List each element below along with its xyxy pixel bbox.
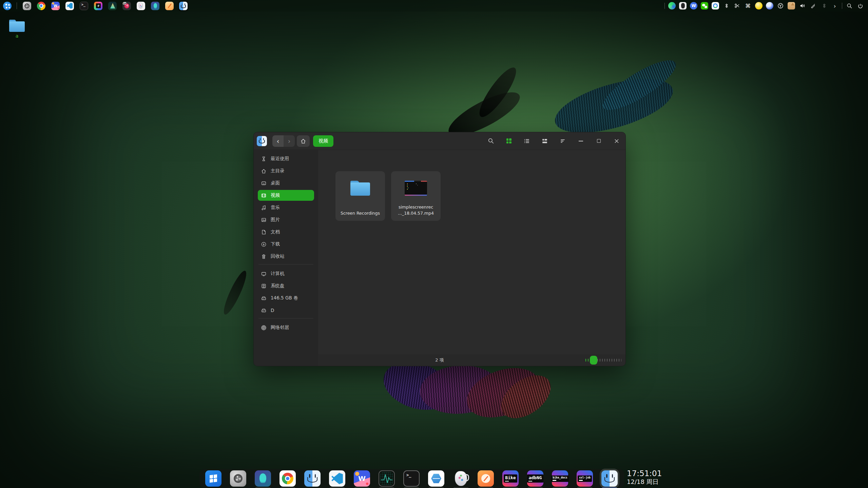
sidebar-item-desktop[interactable]: 桌面 [258, 178, 314, 189]
sidebar-item-label: 音乐 [271, 204, 280, 211]
command-key-icon[interactable]: ⌘ [744, 2, 752, 9]
dock-jetbrains-bike[interactable]: Bike [502, 470, 519, 487]
sidebar-divider [258, 264, 313, 265]
close-button[interactable] [613, 138, 620, 144]
folder-item-screen-recordings[interactable]: Screen Recordings [335, 171, 385, 221]
wechat-icon[interactable] [701, 2, 708, 9]
app-label: xxl-job [579, 476, 591, 479]
search-button[interactable] [487, 138, 494, 144]
sidebar-item-computer[interactable]: 计算机 [258, 268, 314, 279]
sidebar-item-home[interactable]: 主目录 [258, 165, 314, 176]
dock-vscode[interactable] [329, 470, 345, 487]
maximize-button[interactable] [595, 138, 602, 144]
dock-terminal[interactable]: >_ [403, 470, 420, 487]
slider-knob[interactable] [590, 356, 597, 365]
screenshot-scissors-icon[interactable] [733, 2, 741, 9]
address-crumb-videos[interactable]: 视频 [313, 135, 333, 147]
video-item-simplescreenrec[interactable]: simplescreenrec ..._18.04.57.mp4 [391, 171, 441, 221]
terminal-icon[interactable]: >_ [80, 2, 88, 10]
network-circle-icon[interactable] [777, 2, 784, 9]
search-icon[interactable] [846, 2, 853, 9]
list-view-button[interactable] [523, 138, 530, 144]
download-icon [261, 241, 267, 247]
control-center-icon[interactable] [23, 2, 31, 10]
sidebar-item-documents[interactable]: 文档 [258, 227, 314, 237]
disk-icon [261, 308, 267, 313]
browser-icon[interactable] [712, 2, 719, 9]
intellij-idea-icon[interactable]: IJ [94, 2, 102, 10]
vscode-icon [329, 470, 345, 487]
address-label: 视频 [319, 138, 328, 144]
desktop-folder-a[interactable]: a [8, 20, 26, 39]
sidebar-item-trash[interactable]: 回收站 [258, 251, 314, 262]
sidebar-item-volume-146gb[interactable]: 146.5 GB 卷 [258, 293, 314, 304]
home-button[interactable] [297, 135, 310, 147]
status-bar: 2 项 [254, 354, 625, 366]
sidebar-item-disk-d[interactable]: D [258, 305, 314, 316]
stylus-alert-icon[interactable] [809, 2, 817, 9]
detail-view-button[interactable] [541, 138, 548, 144]
squid-app-icon[interactable] [151, 2, 159, 10]
zoom-slider[interactable] [585, 356, 623, 365]
sort-menu-button[interactable] [559, 138, 566, 144]
navigation-buttons: ‹ › [272, 135, 295, 147]
document-icon [261, 229, 267, 235]
sidebar-item-videos[interactable]: 视频 [258, 190, 314, 201]
sidebar-item-downloads[interactable]: 下载 [258, 239, 314, 250]
wps-office-icon[interactable]: W [51, 2, 60, 10]
sidebar-item-network[interactable]: 网络邻居 [258, 322, 314, 333]
bluetooth-icon[interactable] [722, 2, 730, 9]
dock-file-manager[interactable] [304, 470, 321, 487]
sidebar-item-recent[interactable]: 最近使用 [258, 153, 314, 164]
icon-part [604, 477, 615, 483]
ecg-line-icon [380, 472, 393, 485]
green-swirl-app-icon[interactable] [668, 2, 676, 9]
dock-squid-app[interactable] [255, 470, 271, 487]
dock-hex-monitor[interactable] [428, 470, 444, 487]
spiral-64-app-icon[interactable]: 64 [122, 2, 131, 10]
sidebar-item-system-disk[interactable]: 系统盘 [258, 280, 314, 291]
window-titlebar[interactable]: ‹ › 视频 [254, 132, 625, 150]
sidebar-item-pictures[interactable]: 图片 [258, 214, 314, 225]
terminal-icon: >_ [403, 470, 420, 487]
dock-control-center[interactable] [230, 470, 246, 487]
grid-view-button[interactable] [505, 138, 512, 144]
sort-icon [560, 138, 566, 144]
launcher-icon[interactable] [3, 2, 12, 10]
wps-tray-icon[interactable]: W [690, 2, 697, 9]
sidebar-item-label: 网络邻居 [271, 325, 289, 331]
dock-windows-launcher[interactable] [205, 470, 221, 487]
dock-wps-office[interactable]: W [354, 470, 370, 487]
dock-jetbrains-xxl-job[interactable]: xxl-job [577, 470, 593, 487]
dock-system-monitor[interactable] [379, 470, 395, 487]
forward-button[interactable]: › [284, 135, 295, 147]
chrome-icon[interactable] [37, 2, 45, 10]
notes-app-icon[interactable] [165, 2, 174, 10]
sidebar-item-label: 文档 [271, 229, 280, 235]
back-button[interactable]: ‹ [272, 135, 284, 147]
sailing-app-icon[interactable] [108, 2, 117, 10]
lightbulb-icon[interactable] [755, 2, 763, 9]
sidebar-item-music[interactable]: 音乐 [258, 202, 314, 213]
pitcher-app-tray-icon[interactable] [679, 2, 687, 9]
dock-pitcher-app[interactable] [453, 470, 469, 487]
minimize-button[interactable] [577, 138, 584, 144]
dock-postman[interactable] [478, 470, 494, 487]
dock-jetbrains-bike-docs[interactable]: bike_docs [552, 470, 568, 487]
vscode-icon[interactable] [65, 2, 74, 10]
dock-jetbrains-adbng[interactable]: adbNG [527, 470, 543, 487]
power-icon[interactable] [856, 2, 864, 9]
file-manager-icon[interactable] [179, 2, 188, 10]
bluetooth-inactive-icon[interactable] [820, 2, 828, 9]
volume-icon[interactable] [798, 2, 806, 9]
file-grid[interactable]: Screen Recordings simplescreenrec ..._18… [318, 150, 625, 354]
cat-input-method-icon[interactable] [788, 2, 795, 9]
expand-chevron-icon[interactable]: › [831, 2, 838, 9]
dock-chrome[interactable] [279, 470, 296, 487]
minimize-icon [579, 141, 583, 141]
pitcher-app-icon[interactable] [137, 2, 145, 10]
app-label-box: Bike [504, 474, 517, 483]
dock-file-manager-active[interactable] [601, 470, 618, 487]
sidebar-item-label: 146.5 GB 卷 [271, 295, 298, 301]
blue-globe-app-icon[interactable] [766, 2, 773, 9]
